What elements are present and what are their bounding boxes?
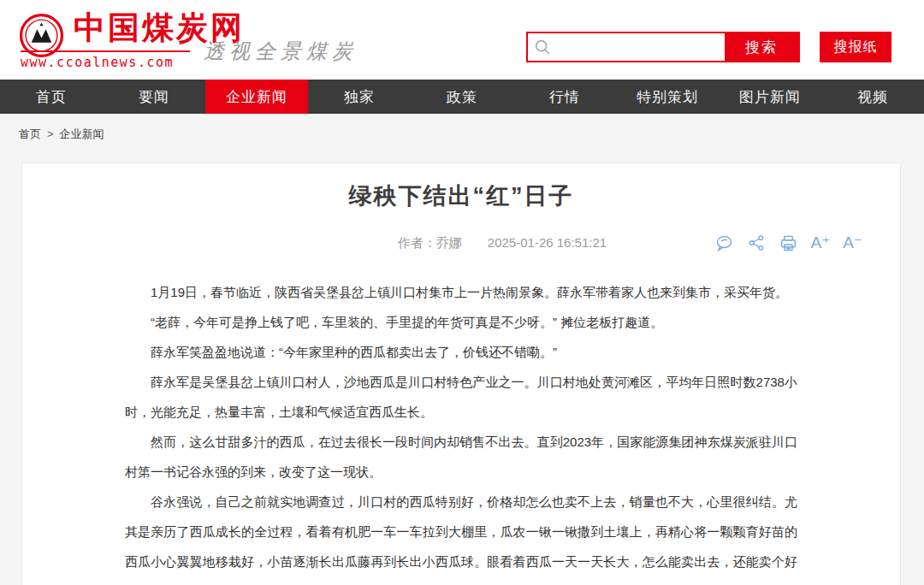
article-title: 绿秧下结出“红”日子 [22, 163, 900, 211]
nav-item-enterprise-news[interactable]: 企业新闻 [205, 80, 308, 114]
main-nav: 首页要闻企业新闻独家政策行情特别策划图片新闻视频 [0, 80, 924, 114]
comment-icon[interactable] [714, 233, 734, 253]
search-input[interactable] [557, 33, 725, 61]
font-increase-button[interactable]: A⁺ [811, 233, 831, 253]
breadcrumb: 首页>企业新闻 [0, 114, 924, 162]
nav-item-video[interactable]: 视频 [821, 80, 924, 114]
nav-item-exclusive[interactable]: 独家 [308, 80, 411, 114]
article-paragraph: 薛永军笑盈盈地说道：“今年家里种的西瓜都卖出去了，价钱还不错嘞。” [125, 337, 797, 367]
nav-item-policy[interactable]: 政策 [411, 80, 513, 114]
byline-row: 作者：乔娜2025-01-26 16:51:21 [22, 232, 900, 254]
article-paragraph: 谷永强说，自己之前就实地调查过，川口村的西瓜特别好，价格却怎么也卖不上去，销量也… [125, 487, 797, 585]
nav-item-special-coverage[interactable]: 特别策划 [616, 80, 719, 114]
search-newspaper-button[interactable]: 搜报纸 [820, 32, 891, 62]
article-paragraph: “老薛，今年可是挣上钱了吧，车里装的、手里提的年货可真是不少呀。” 摊位老板打趣… [125, 307, 797, 337]
share-icon[interactable] [747, 233, 766, 253]
article-author: 作者：乔娜 [398, 235, 462, 250]
article-paragraph: 薛永军是吴堡县岔上镇川口村人，沙地西瓜是川口村特色产业之一。川口村地处黄河滩区，… [125, 367, 797, 427]
article-published-time: 2025-01-26 16:51:21 [488, 235, 607, 250]
article-body: 1月19日，春节临近，陕西省吴堡县岔上镇川口村集市上一片热闹景象。薛永军带着家人… [125, 277, 797, 585]
site-header: 中国煤炭网 www.ccoalnews.com 透视全景煤炭 搜索 搜报纸 [0, 0, 924, 80]
font-decrease-button[interactable]: A⁻ [843, 233, 862, 253]
breadcrumb-item-home[interactable]: 首页 [19, 127, 41, 140]
article-toolbar: A⁺ A⁻ [714, 233, 862, 253]
search-icon [528, 33, 557, 61]
breadcrumb-item-enterprise-news[interactable]: 企业新闻 [60, 127, 104, 140]
breadcrumb-separator: > [47, 127, 54, 140]
nav-item-top-news[interactable]: 要闻 [103, 80, 205, 114]
site-url: www.ccoalnews.com [21, 55, 174, 70]
article-paragraph: 然而，这么甘甜多汁的西瓜，在过去很长一段时间内却销售不出去。直到2023年，国家… [125, 427, 797, 487]
search-box: 搜索 [526, 32, 800, 62]
article-card: 绿秧下结出“红”日子 作者：乔娜2025-01-26 16:51:21 [21, 162, 901, 585]
site-tagline: 透视全景煤炭 [204, 38, 358, 65]
logo-underline [21, 50, 190, 52]
article-paragraph: 1月19日，春节临近，陕西省吴堡县岔上镇川口村集市上一片热闹景象。薛永军带着家人… [125, 277, 797, 307]
nav-item-photo-news[interactable]: 图片新闻 [719, 80, 821, 114]
nav-item-market[interactable]: 行情 [513, 80, 616, 114]
search-button[interactable]: 搜索 [725, 33, 798, 61]
print-icon[interactable] [779, 233, 798, 253]
nav-item-home[interactable]: 首页 [0, 80, 103, 114]
